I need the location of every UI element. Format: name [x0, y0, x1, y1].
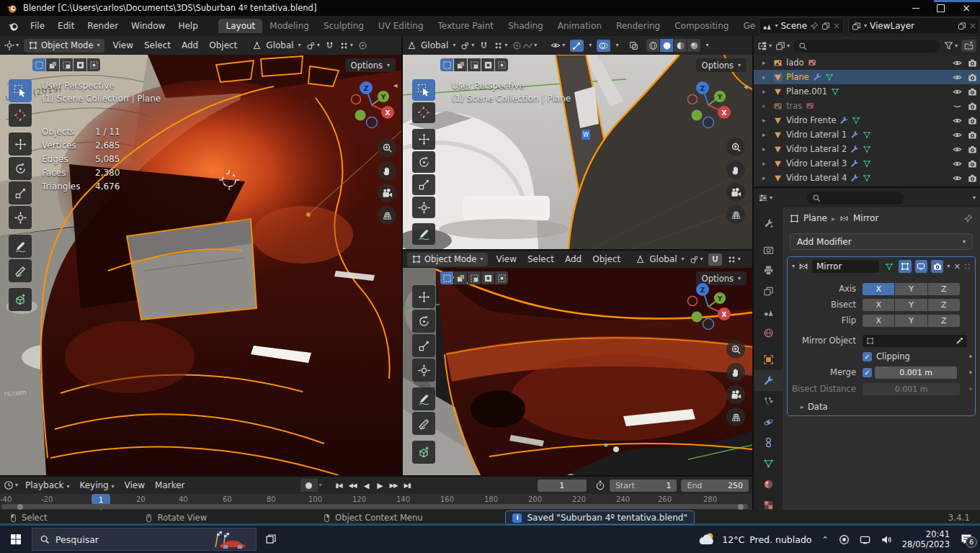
breadcrumb-object[interactable]: Plane	[803, 213, 827, 223]
snap-target-dropdown[interactable]: ▾	[339, 41, 353, 50]
tool-move[interactable]	[9, 132, 32, 156]
blender-menu-icon[interactable]	[7, 21, 19, 32]
tab-geometry-nodes[interactable]: Geometry Nodes	[736, 19, 756, 33]
tab-scene[interactable]	[754, 302, 783, 323]
auto-keying-button[interactable]	[300, 479, 318, 492]
sidebar-toggle-arrow[interactable]: ◂	[393, 81, 398, 90]
tray-volume-icon[interactable]	[881, 534, 892, 545]
outliner-row-vidro-lateral-3[interactable]: ▸ Vidro Lateral 3	[754, 156, 980, 171]
data-subpanel[interactable]: ▸Data	[788, 400, 980, 414]
perspective-toggle-button[interactable]	[378, 206, 396, 225]
tab-modifiers[interactable]	[754, 370, 783, 391]
tool-move[interactable]	[412, 285, 435, 308]
outliner-search-input[interactable]	[793, 40, 940, 53]
next-keyframe-button[interactable]: ▶▶	[387, 479, 401, 492]
options-button[interactable]: Options▾	[696, 58, 747, 72]
pan-view-button[interactable]	[726, 363, 745, 382]
transform-orientation-dropdown[interactable]: Global▾	[407, 40, 455, 50]
jump-to-start-button[interactable]: ▮◀	[332, 479, 346, 492]
shading-rendered[interactable]	[687, 39, 700, 52]
tool-cursor[interactable]	[9, 104, 32, 127]
menu-render[interactable]: Render	[81, 21, 125, 31]
tool-rotate[interactable]	[412, 151, 435, 173]
hide-eye-icon[interactable]	[953, 87, 962, 96]
select-mode-subtract[interactable]	[468, 271, 481, 284]
tab-modeling[interactable]: Modeling	[262, 19, 316, 33]
tab-shading[interactable]: Shading	[501, 19, 551, 33]
tool-select-box[interactable]	[412, 79, 435, 101]
expand-icon[interactable]: ▸	[762, 117, 770, 124]
zoom-view-button[interactable]	[726, 340, 745, 359]
snap-toggle[interactable]	[325, 41, 334, 50]
select-mode-new[interactable]	[440, 271, 453, 284]
tab-constraints[interactable]	[754, 432, 783, 453]
shading-wireframe[interactable]	[646, 39, 659, 52]
scrollbar-handle-left[interactable]	[17, 504, 23, 510]
bisect-z-button[interactable]: Z	[928, 299, 960, 311]
outliner-row-vidro-frente[interactable]: ▸ Vidro Frente	[754, 113, 980, 127]
disable-render-icon[interactable]	[968, 174, 977, 183]
hide-eye-icon[interactable]	[953, 58, 962, 68]
shading-material[interactable]	[674, 39, 687, 52]
pan-view-button[interactable]	[378, 161, 396, 180]
menu-view[interactable]: View	[122, 480, 148, 490]
tray-expand-chevron[interactable]: ⌃	[821, 535, 828, 544]
disable-render-icon[interactable]	[968, 145, 977, 154]
expand-icon[interactable]: ▸	[762, 59, 770, 66]
keying-set-dropdown[interactable]: ▾	[319, 482, 322, 488]
outliner-filter-collection[interactable]: ▾	[775, 41, 790, 51]
scene-selector[interactable]: ▾ Scene ×	[759, 17, 844, 35]
viewport-bottom[interactable]: Object Mode▾ View Select Add Object Glob…	[403, 251, 752, 475]
options-button[interactable]: Options▾	[345, 58, 396, 72]
merge-checkbox[interactable]: ✓	[863, 368, 872, 377]
viewport-top[interactable]: W Global▾ ▾ ▾ ▾ ▾ ▾ ▾ ▾	[403, 36, 752, 249]
pivot-point-dropdown[interactable]: ▾	[460, 41, 474, 50]
task-view-button[interactable]	[257, 534, 285, 545]
menu-edit[interactable]: Edit	[51, 21, 81, 31]
drag-handle[interactable]: ∷	[964, 261, 971, 271]
hide-eye-icon[interactable]	[953, 174, 962, 183]
tool-annotate[interactable]	[9, 235, 32, 258]
select-mode-subtract[interactable]	[60, 58, 73, 71]
tab-texture-paint[interactable]: Texture Paint	[431, 19, 501, 33]
pin-icon[interactable]	[963, 214, 973, 223]
toggle-render[interactable]	[931, 260, 943, 273]
expand-icon[interactable]: ▸	[762, 88, 770, 95]
disable-render-icon[interactable]	[968, 58, 977, 68]
select-mode-new[interactable]	[32, 58, 45, 71]
select-mode-subtract[interactable]	[468, 58, 481, 71]
expand-icon[interactable]: ▸	[762, 73, 770, 81]
tab-compositing[interactable]: Compositing	[667, 19, 736, 33]
mode-dropdown[interactable]: Object Mode▾	[24, 39, 104, 53]
camera-view-button[interactable]	[726, 385, 745, 404]
hide-eye-icon[interactable]	[953, 130, 962, 140]
add-modifier-dropdown[interactable]: Add Modifier▾	[790, 233, 973, 250]
saved-notification[interactable]: i Saved "Suburban 4º tentativa.blend"	[505, 511, 694, 525]
viewlayer-selector[interactable]: ▾ ViewLayer ×	[848, 17, 980, 35]
tool-measure[interactable]	[412, 412, 435, 435]
jump-to-end-button[interactable]: ▶▮	[401, 479, 414, 492]
properties-editor-type[interactable]: ▾	[758, 193, 772, 203]
disable-render-icon[interactable]	[968, 87, 977, 96]
tool-select-box[interactable]	[9, 79, 32, 102]
tab-rendering[interactable]: Rendering	[609, 19, 667, 33]
tool-scale[interactable]	[412, 174, 435, 196]
transform-orientation-dropdown[interactable]: Global▾	[636, 254, 684, 264]
menu-add[interactable]: Add	[562, 254, 584, 264]
tool-add-cube[interactable]	[9, 288, 32, 311]
bisect-x-button[interactable]: X	[863, 299, 894, 311]
sidebar-toggle-arrow[interactable]: ◂	[744, 82, 748, 91]
tool-rotate[interactable]	[412, 310, 435, 333]
tab-physics[interactable]	[754, 412, 783, 433]
hide-eye-icon[interactable]	[953, 145, 962, 154]
outliner-row-plane[interactable]: ▸ Plane	[754, 70, 980, 84]
tab-sculpting[interactable]: Sculpting	[316, 19, 371, 33]
menu-view[interactable]: View	[493, 254, 519, 264]
expand-icon[interactable]: ▸	[762, 174, 770, 181]
tab-render[interactable]	[754, 240, 783, 261]
tab-layout[interactable]: Layout	[218, 19, 262, 33]
expand-icon[interactable]: ▸	[762, 145, 770, 153]
use-preview-range-icon[interactable]	[595, 480, 605, 490]
menu-select[interactable]: Select	[525, 254, 557, 264]
new-scene-icon[interactable]	[821, 22, 830, 30]
